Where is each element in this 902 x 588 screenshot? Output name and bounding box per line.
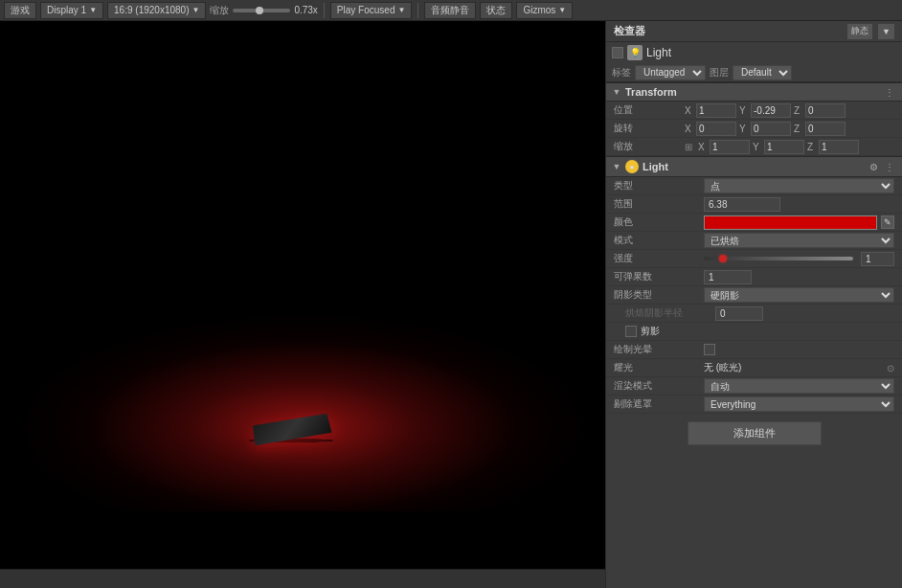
- light-range-input[interactable]: [704, 197, 780, 212]
- go-name: Light: [646, 46, 896, 59]
- top-toolbar: 游戏 Display 1 ▼ 16:9 (1920x1080) ▼ 缩放 0.7…: [0, 0, 902, 21]
- color-edit-icon[interactable]: ✎: [881, 215, 894, 229]
- static-arrow-btn[interactable]: ▼: [878, 24, 894, 39]
- culling-mask-select[interactable]: Everything: [704, 396, 894, 412]
- light-color-label: 颜色: [614, 215, 700, 229]
- scale-label: 缩放: [614, 140, 681, 153]
- rot-x-label: X: [685, 124, 694, 134]
- baked-shadow-input[interactable]: [715, 306, 763, 321]
- layer-label: 图层: [710, 66, 729, 79]
- render-mode-select[interactable]: 自动: [704, 378, 894, 394]
- light-color-bar[interactable]: [704, 215, 877, 230]
- rot-x-input[interactable]: [696, 122, 736, 136]
- gizmos-dropdown[interactable]: Gizmos ▼: [516, 2, 573, 19]
- rot-z-input[interactable]: [805, 122, 846, 136]
- gizmos-arrow: ▼: [558, 6, 566, 14]
- light-type-select[interactable]: 点: [704, 178, 894, 193]
- scale-xyz: X Y Z: [698, 140, 894, 154]
- scale-z-input[interactable]: [819, 140, 859, 154]
- rotation-label: 旋转: [614, 122, 681, 135]
- pos-x-input[interactable]: [696, 103, 736, 118]
- zoom-label: 缩放: [210, 4, 229, 17]
- scale-x-item: X: [698, 140, 750, 154]
- pos-x-label: X: [685, 105, 694, 116]
- intensity-thumb: [719, 255, 727, 262]
- inspector-body: 💡 Light 标签 Untagged 图层 Default ▼ Transfo…: [606, 42, 902, 588]
- light-settings-icon[interactable]: ⚙: [868, 162, 880, 172]
- tag-dropdown[interactable]: Untagged: [635, 65, 706, 80]
- draw-halo-label: 绘制光晕: [614, 343, 700, 356]
- add-component-button[interactable]: 添加组件: [688, 421, 822, 445]
- gizmos-label: Gizmos: [523, 5, 555, 15]
- transform-menu-icon[interactable]: ⋮: [883, 87, 896, 98]
- position-xyz: X Y Z: [685, 103, 894, 118]
- stats-label: 状态: [486, 4, 506, 17]
- pos-z-input[interactable]: [805, 103, 846, 118]
- flare-row: 耀光 无 (眩光) ⊙: [606, 359, 902, 377]
- transform-section-header[interactable]: ▼ Transform ⋮: [606, 82, 902, 102]
- light-type-label: 类型: [614, 179, 700, 192]
- scale-x-label: X: [698, 142, 708, 152]
- game-canvas: [0, 21, 605, 588]
- scale-z-label: Z: [807, 142, 817, 152]
- light-mode-row: 模式 已烘焙: [606, 232, 902, 250]
- scale-x-input[interactable]: [710, 140, 750, 154]
- scale-y-label: Y: [753, 142, 762, 152]
- play-focused-dropdown[interactable]: Play Focused ▼: [330, 2, 413, 19]
- draw-halo-row: 绘制光晕: [606, 341, 902, 359]
- stats-btn[interactable]: 状态: [480, 2, 512, 19]
- display-label: Display 1: [47, 5, 86, 15]
- game-tab-btn[interactable]: 游戏: [4, 2, 36, 19]
- rotation-xyz: X Y Z: [685, 122, 894, 136]
- go-icon: 💡: [627, 45, 643, 60]
- static-btn[interactable]: 静态: [847, 24, 872, 39]
- scale-y-input[interactable]: [764, 140, 804, 154]
- light-bulb-icon: ●: [625, 160, 639, 173]
- position-row: 位置 X Y Z: [606, 102, 902, 120]
- display-dropdown[interactable]: Display 1 ▼: [40, 2, 103, 19]
- pos-y-label: Y: [739, 105, 749, 116]
- light-section-title: Light: [643, 161, 864, 172]
- intensity-slider[interactable]: [704, 257, 853, 260]
- draw-halo-checkbox[interactable]: [704, 344, 715, 355]
- light-shadow-type-row: 阴影类型 硬阴影: [606, 286, 902, 305]
- gameobject-header: 💡 Light: [606, 42, 902, 63]
- scene-ground: [0, 301, 605, 511]
- light-intensity-label: 强度: [614, 252, 700, 265]
- render-mode-label: 渲染模式: [614, 379, 700, 393]
- light-bounce-input[interactable]: [704, 270, 752, 284]
- light-color-row: 颜色 ✎: [606, 214, 902, 232]
- light-mode-select[interactable]: 已烘焙: [704, 233, 894, 248]
- intensity-input[interactable]: [861, 252, 894, 266]
- clip-checkbox[interactable]: [625, 326, 637, 337]
- pos-x-item: X: [685, 103, 736, 118]
- game-view: [0, 21, 605, 588]
- light-range-label: 范围: [614, 197, 700, 211]
- mute-label: 音频静音: [431, 4, 469, 17]
- pos-z-label: Z: [794, 105, 803, 116]
- mute-btn[interactable]: 音频静音: [424, 2, 476, 19]
- light-bounce-label: 可弹果数: [614, 270, 700, 283]
- inspector-header: 检查器 静态 ▼: [606, 21, 902, 42]
- render-mode-row: 渲染模式 自动: [606, 377, 902, 396]
- light-arrow-icon: ▼: [612, 162, 621, 171]
- zoom-slider[interactable]: [233, 9, 290, 12]
- flare-pick-icon[interactable]: ⊙: [887, 363, 894, 373]
- light-intensity-row: 强度: [606, 250, 902, 268]
- scale-lock-icon: ⊞: [685, 142, 692, 152]
- add-component-row: 添加组件: [606, 414, 902, 453]
- light-section-header[interactable]: ▼ ● Light ⚙ ⋮: [606, 156, 902, 177]
- rot-x-item: X: [685, 122, 736, 136]
- go-active-checkbox[interactable]: [612, 47, 623, 58]
- sep2: [417, 3, 418, 18]
- light-shadow-type-select[interactable]: 硬阴影: [704, 287, 894, 303]
- layer-dropdown[interactable]: Default: [733, 65, 792, 80]
- inspector-panel: 检查器 静态 ▼ 💡 Light 标签 Untagged 图层 Default: [605, 21, 902, 588]
- pos-y-input[interactable]: [751, 103, 791, 118]
- rot-y-input[interactable]: [751, 122, 791, 136]
- zoom-thumb: [256, 7, 263, 14]
- light-menu-icon[interactable]: ⋮: [883, 162, 896, 172]
- transform-section-icons: ⋮: [883, 87, 896, 98]
- rot-z-item: Z: [794, 122, 846, 136]
- aspect-dropdown[interactable]: 16:9 (1920x1080) ▼: [107, 2, 206, 19]
